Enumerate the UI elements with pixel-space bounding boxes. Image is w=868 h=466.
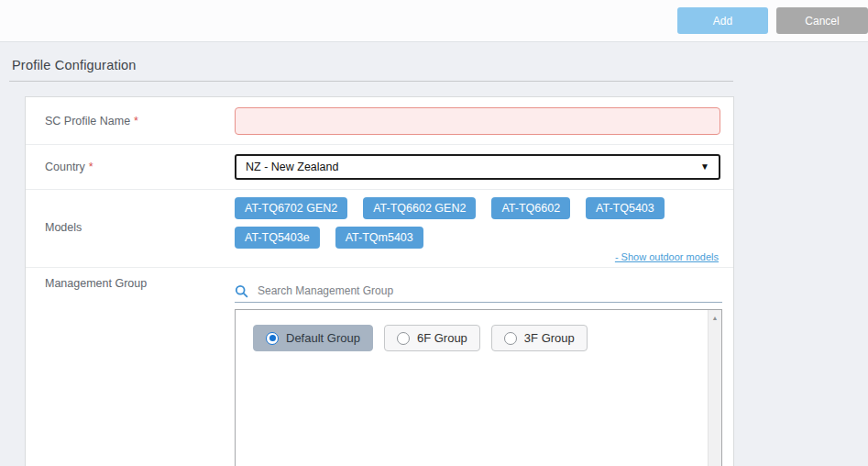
model-button[interactable]: AT-TQ6602 GEN2 bbox=[363, 197, 476, 219]
sc-profile-name-label: SC Profile Name* bbox=[26, 115, 235, 128]
radio-selected-icon[interactable] bbox=[266, 332, 279, 345]
profile-configuration-panel: SC Profile Name* Country* NZ - New Zeala… bbox=[25, 96, 734, 466]
group-option-label: 3F Group bbox=[524, 331, 575, 345]
search-management-group-input[interactable] bbox=[254, 283, 722, 299]
management-group-search bbox=[235, 283, 722, 303]
required-asterisk: * bbox=[89, 161, 93, 173]
add-button[interactable]: Add bbox=[677, 7, 768, 34]
country-select[interactable]: NZ - New Zealand ▼ bbox=[235, 154, 720, 180]
action-bar: Add Cancel bbox=[0, 0, 868, 42]
group-option-3f-group[interactable]: 3F Group bbox=[491, 325, 588, 351]
model-button[interactable]: AT-TQ6602 bbox=[491, 197, 570, 219]
group-option-6f-group[interactable]: 6F Group bbox=[384, 325, 480, 351]
management-group-list: Default Group 6F Group 3F Group ▲ bbox=[235, 309, 722, 466]
models-label: Models bbox=[26, 197, 235, 262]
required-asterisk: * bbox=[134, 115, 138, 128]
management-group-row: Management Group Default Group bbox=[26, 268, 733, 466]
radio-unselected-icon[interactable] bbox=[504, 332, 517, 345]
country-label: Country* bbox=[26, 161, 235, 173]
model-button[interactable]: AT-TQ5403e bbox=[235, 227, 320, 249]
sc-profile-name-row: SC Profile Name* bbox=[26, 97, 733, 145]
scroll-up-icon[interactable]: ▲ bbox=[712, 310, 719, 466]
group-option-default-group[interactable]: Default Group bbox=[253, 325, 373, 351]
model-button[interactable]: AT-TQm5403 bbox=[335, 227, 423, 249]
models-row: Models AT-TQ6702 GEN2 AT-TQ6602 GEN2 AT-… bbox=[26, 190, 733, 268]
model-button[interactable]: AT-TQ6702 GEN2 bbox=[235, 197, 347, 219]
list-scrollbar[interactable]: ▲ bbox=[708, 310, 721, 466]
show-outdoor-models-link[interactable]: - Show outdoor models bbox=[235, 251, 719, 262]
search-icon bbox=[235, 284, 248, 298]
chevron-down-icon: ▼ bbox=[700, 162, 709, 172]
group-option-label: 6F Group bbox=[417, 331, 467, 345]
model-button[interactable]: AT-TQ5403 bbox=[586, 197, 665, 219]
model-button-group: AT-TQ6702 GEN2 AT-TQ6602 GEN2 AT-TQ6602 … bbox=[235, 197, 719, 249]
management-group-label: Management Group bbox=[26, 275, 235, 466]
radio-unselected-icon[interactable] bbox=[397, 332, 410, 345]
country-row: Country* NZ - New Zealand ▼ bbox=[26, 145, 733, 190]
group-option-label: Default Group bbox=[286, 331, 360, 345]
page-title: Profile Configuration bbox=[12, 58, 868, 72]
cancel-button[interactable]: Cancel bbox=[776, 7, 868, 34]
sc-profile-name-input[interactable] bbox=[235, 107, 720, 135]
country-selected-value: NZ - New Zealand bbox=[246, 161, 338, 173]
management-group-options: Default Group 6F Group 3F Group bbox=[236, 310, 721, 351]
title-divider bbox=[9, 81, 733, 82]
